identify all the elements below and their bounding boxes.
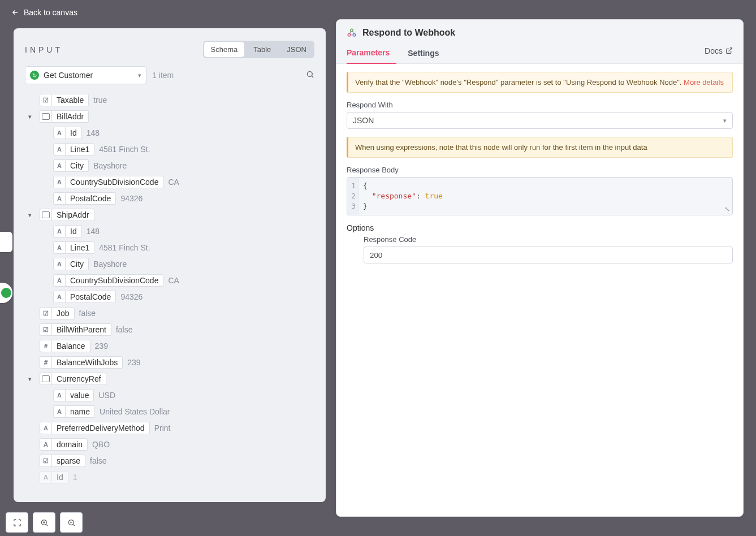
string-icon: A: [53, 405, 66, 418]
tab-json[interactable]: JSON: [279, 41, 314, 58]
tree-row[interactable]: #Balance239: [40, 339, 314, 353]
tree-row[interactable]: AId148: [53, 126, 314, 140]
input-panel: INPUT Schema Table JSON ↻ Get Customer ▾…: [14, 28, 326, 502]
string-icon: A: [53, 176, 66, 188]
tree-row[interactable]: AnameUnited States Dollar: [53, 404, 314, 419]
tree-row[interactable]: ☑BillWithParentfalse: [40, 322, 314, 337]
tab-parameters[interactable]: Parameters: [347, 42, 396, 64]
tree-row[interactable]: ACityBayshore: [53, 257, 314, 271]
tree-row[interactable]: APostalCode94326: [53, 191, 314, 206]
string-icon: A: [53, 159, 66, 172]
string-icon: A: [40, 438, 52, 451]
tree-row-billaddr[interactable]: ▾ BillAddr: [40, 109, 314, 124]
string-icon: A: [53, 291, 66, 303]
code-content[interactable]: { "response": true }: [358, 178, 447, 215]
canvas-zoom-controls: [6, 512, 83, 533]
string-icon: A: [40, 422, 52, 434]
tree-row[interactable]: ACountrySubDivisionCodeCA: [53, 273, 314, 288]
chevron-down-icon: ▾: [723, 117, 727, 124]
left-handle-1[interactable]: [0, 232, 12, 252]
zoom-out-button[interactable]: [60, 512, 83, 533]
tree-row[interactable]: APreferredDeliveryMethodPrint: [40, 421, 314, 435]
string-icon: A: [53, 274, 66, 287]
back-label: Back to canvas: [24, 8, 77, 17]
tree-row[interactable]: ACountrySubDivisionCodeCA: [53, 175, 314, 189]
number-icon: #: [40, 340, 52, 352]
object-icon: [40, 373, 52, 385]
tree-row[interactable]: AId1: [40, 470, 314, 485]
input-source-name: Get Customer: [44, 71, 133, 80]
caret-icon[interactable]: ▾: [28, 211, 35, 219]
caret-icon[interactable]: ▾: [28, 113, 35, 120]
alert-webhook-verify: Verify that the "Webhook" node's "Respon…: [347, 72, 733, 93]
tree-row[interactable]: AvalueUSD: [53, 388, 314, 403]
object-icon: [40, 209, 52, 221]
tree-row-shipaddr[interactable]: ▾ ShipAddr: [40, 208, 314, 222]
tree-row[interactable]: AdomainQBO: [40, 437, 314, 452]
resize-handle-icon[interactable]: ⤡: [724, 205, 730, 213]
caret-icon[interactable]: ▾: [28, 375, 35, 383]
string-icon: A: [53, 192, 66, 205]
tree-row[interactable]: ALine14581 Finch St.: [53, 240, 314, 255]
left-handle-2[interactable]: [0, 283, 12, 303]
response-code-input[interactable]: [364, 247, 733, 263]
schema-tree[interactable]: ☑Taxable true ▾ BillAddr AId148 ALine145…: [14, 91, 326, 502]
external-link-icon: [725, 47, 733, 54]
response-body-label: Response Body: [347, 166, 733, 174]
number-icon: #: [40, 356, 52, 369]
node-editor-panel: Respond to Webhook Parameters Settings D…: [336, 19, 744, 517]
tree-row[interactable]: ☑sparsefalse: [40, 453, 314, 468]
respond-with-select[interactable]: JSON ▾: [347, 112, 733, 129]
tree-row-currencyref[interactable]: ▾ CurrencyRef: [40, 371, 314, 386]
response-code-label: Response Code: [364, 235, 733, 244]
bool-icon: ☑: [40, 455, 52, 467]
source-icon: ↻: [30, 71, 39, 80]
search-icon[interactable]: [306, 70, 314, 80]
tree-row[interactable]: #BalanceWithJobs239: [40, 355, 314, 370]
tree-row-taxable[interactable]: ☑Taxable true: [40, 93, 314, 107]
docs-link[interactable]: Docs: [705, 46, 733, 60]
view-tabs: Schema Table JSON: [203, 41, 314, 58]
options-label: Options: [347, 223, 733, 232]
arrow-left-icon: [11, 8, 19, 16]
object-icon: [40, 110, 52, 123]
tree-row[interactable]: ALine14581 Finch St.: [53, 142, 314, 157]
string-icon: A: [53, 389, 66, 401]
node-title: Respond to Webhook: [362, 28, 455, 38]
string-icon: A: [53, 225, 66, 237]
tab-table[interactable]: Table: [245, 41, 279, 58]
bool-icon: ☑: [40, 94, 52, 106]
bool-icon: ☑: [40, 307, 52, 319]
code-gutter: 123: [347, 178, 358, 215]
string-icon: A: [53, 143, 66, 155]
tab-schema[interactable]: Schema: [204, 42, 245, 57]
respond-with-label: Respond With: [347, 101, 733, 109]
item-count: 1 item: [152, 71, 174, 80]
input-source-select[interactable]: ↻ Get Customer ▾: [25, 66, 146, 84]
svg-point-0: [308, 72, 313, 77]
string-icon: A: [53, 127, 66, 139]
zoom-in-button[interactable]: [33, 512, 55, 533]
tree-row[interactable]: ACityBayshore: [53, 158, 314, 173]
tab-settings[interactable]: Settings: [408, 43, 446, 63]
back-to-canvas-link[interactable]: Back to canvas: [11, 8, 77, 17]
webhook-icon: [347, 28, 357, 38]
chevron-down-icon: ▾: [138, 72, 141, 79]
input-title: INPUT: [25, 45, 63, 54]
more-details-link[interactable]: More details: [684, 78, 724, 87]
tree-row[interactable]: APostalCode94326: [53, 289, 314, 304]
string-icon: A: [53, 258, 66, 270]
alert-expressions-note: When using expressions, note that this n…: [347, 137, 733, 158]
bool-icon: ☑: [40, 323, 52, 336]
tree-row[interactable]: ☑Jobfalse: [40, 306, 314, 321]
tree-row[interactable]: AId148: [53, 224, 314, 239]
string-icon: A: [53, 241, 66, 254]
fit-view-button[interactable]: [6, 512, 28, 533]
string-icon: A: [40, 471, 52, 483]
response-body-editor[interactable]: 123 { "response": true } ⤡: [347, 177, 733, 215]
